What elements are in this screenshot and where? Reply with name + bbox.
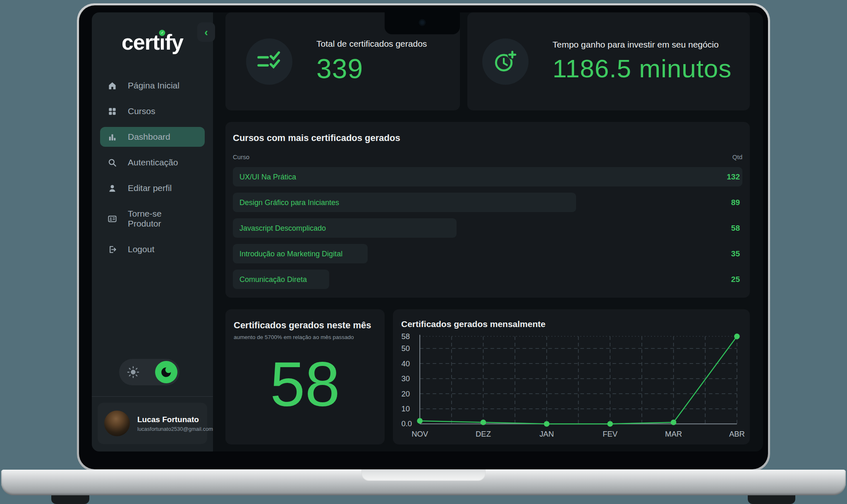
sidebar-divider bbox=[92, 396, 213, 397]
sidebar-item-label: Torne-se Produtor bbox=[128, 209, 197, 229]
sidebar-item-label: Autenticação bbox=[128, 158, 178, 167]
time-saved-card: Tempo ganho para investir em seu negócio… bbox=[467, 12, 750, 110]
sidebar-item-label: Cursos bbox=[128, 106, 156, 116]
moon-icon bbox=[160, 366, 172, 378]
stat-value: 1186.5 minutos bbox=[553, 54, 732, 83]
sidebar-item-label: Logout bbox=[128, 244, 154, 254]
chevron-left-icon: ‹ bbox=[204, 27, 208, 38]
svg-text:50: 50 bbox=[401, 344, 410, 353]
sidebar-item-label: Dashboard bbox=[128, 132, 170, 142]
logout-icon bbox=[108, 245, 117, 254]
data-point-DEZ bbox=[480, 420, 486, 425]
grid-icon bbox=[108, 107, 117, 116]
data-point-FEV bbox=[607, 421, 613, 427]
course-name: Comunicação Direta bbox=[239, 275, 307, 284]
laptop-screen: certı✓fy Página InicialCursosDashboardAu… bbox=[77, 3, 770, 471]
course-qty: 89 bbox=[731, 198, 740, 207]
sidebar-item-logout[interactable]: Logout bbox=[100, 239, 205, 259]
dashboard-app: certı✓fy Página InicialCursosDashboardAu… bbox=[92, 12, 763, 451]
stat-title: Tempo ganho para investir em seu negócio bbox=[553, 40, 732, 50]
month-card-title: Certificados gerados neste mês bbox=[234, 320, 376, 331]
user-profile[interactable]: Lucas Fortunato lucasfortunato2530@gmail… bbox=[98, 403, 207, 444]
course-qty: 25 bbox=[731, 275, 740, 284]
id-card-icon bbox=[108, 214, 117, 224]
course-name: Javascript Descomplicado bbox=[239, 224, 326, 232]
app-logo: certı✓fy bbox=[92, 30, 213, 55]
bar-chart-icon bbox=[108, 132, 117, 142]
theme-toggle[interactable] bbox=[119, 359, 179, 385]
user-name: Lucas Fortunato bbox=[137, 415, 213, 424]
table-row[interactable]: Design Gráfico para Iniciantes89 bbox=[233, 193, 742, 212]
table-row[interactable]: Javascript Descomplicado58 bbox=[233, 218, 742, 238]
chart-title: Certificados gerados mensalmente bbox=[401, 319, 742, 329]
monthly-chart: 0.0102030405058NOVDEZJANFEVMARABR bbox=[399, 331, 744, 440]
svg-text:0.0: 0.0 bbox=[401, 419, 412, 428]
laptop-base bbox=[1, 470, 846, 495]
laptop-lid-notch bbox=[361, 470, 486, 481]
user-icon bbox=[108, 184, 117, 193]
sidebar: certı✓fy Página InicialCursosDashboardAu… bbox=[92, 12, 213, 451]
table-header: Curso Qtd bbox=[233, 153, 742, 160]
desktop-background: { "sidebar": { "logo": {"pre": "cert", "… bbox=[0, 0, 847, 504]
sidebar-item-editar-perfil[interactable]: Editar perfil bbox=[100, 178, 205, 198]
course-name: UX/UI Na Prática bbox=[239, 172, 296, 181]
course-qty: 35 bbox=[731, 249, 740, 258]
laptop-foot-right bbox=[748, 494, 795, 504]
user-email: lucasfortunato2530@gmail.com bbox=[137, 426, 213, 432]
sun-icon[interactable] bbox=[121, 366, 145, 378]
sidebar-menu: Página InicialCursosDashboardAutenticaçã… bbox=[100, 76, 205, 259]
sidebar-item-autenticacao[interactable]: Autenticação bbox=[100, 153, 205, 172]
sidebar-item-pagina-inicial[interactable]: Página Inicial bbox=[100, 76, 205, 96]
column-header-curso: Curso bbox=[233, 153, 249, 160]
table-row[interactable]: Introdução ao Marketing Digital35 bbox=[233, 244, 742, 263]
column-header-qtd: Qtd bbox=[732, 153, 742, 160]
svg-text:58: 58 bbox=[401, 332, 410, 341]
course-name: Design Gráfico para Iniciantes bbox=[239, 198, 339, 207]
logo-text: certı✓fy bbox=[122, 30, 183, 54]
month-card-subtitle: aumento de 5700% em relação ao mês passa… bbox=[234, 334, 376, 340]
data-point-JAN bbox=[544, 421, 550, 427]
dark-mode-button[interactable] bbox=[155, 361, 177, 383]
sidebar-item-dashboard[interactable]: Dashboard bbox=[100, 127, 205, 147]
svg-text:DEZ: DEZ bbox=[476, 430, 491, 438]
table-title: Cursos com mais certificados gerados bbox=[233, 133, 742, 143]
stat-title: Total de certificados gerados bbox=[316, 39, 427, 49]
course-bar bbox=[233, 167, 742, 186]
laptop-notch bbox=[385, 5, 460, 34]
svg-text:NOV: NOV bbox=[412, 430, 428, 438]
webcam bbox=[419, 19, 426, 26]
stat-value: 339 bbox=[316, 53, 427, 84]
svg-text:MAR: MAR bbox=[665, 430, 682, 438]
search-icon bbox=[108, 158, 117, 167]
data-point-ABR bbox=[734, 334, 740, 339]
top-courses-card: Cursos com mais certificados gerados Cur… bbox=[225, 122, 750, 298]
sidebar-item-torne-se-produtor[interactable]: Torne-se Produtor bbox=[100, 204, 205, 234]
screen-bezel: certı✓fy Página InicialCursosDashboardAu… bbox=[79, 5, 768, 469]
month-card-value: 58 bbox=[225, 353, 385, 416]
sidebar-item-cursos[interactable]: Cursos bbox=[100, 101, 205, 121]
svg-text:FEV: FEV bbox=[603, 430, 618, 438]
data-point-MAR bbox=[670, 420, 676, 425]
svg-text:40: 40 bbox=[401, 359, 410, 368]
svg-text:30: 30 bbox=[401, 374, 410, 383]
logo-check-icon: ✓ bbox=[159, 30, 165, 36]
laptop-foot-left bbox=[51, 494, 89, 504]
sidebar-item-label: Página Inicial bbox=[128, 81, 179, 91]
sidebar-item-label: Editar perfil bbox=[128, 183, 172, 193]
clock-plus-icon bbox=[482, 38, 529, 85]
table-rows: UX/UI Na Prática132Design Gráfico para I… bbox=[233, 167, 742, 289]
checklist-icon bbox=[246, 38, 292, 85]
svg-text:10: 10 bbox=[401, 404, 410, 413]
svg-text:JAN: JAN bbox=[539, 430, 554, 438]
course-name: Introdução ao Marketing Digital bbox=[239, 249, 342, 258]
svg-text:20: 20 bbox=[401, 389, 410, 398]
table-row[interactable]: UX/UI Na Prática132 bbox=[233, 167, 742, 186]
month-certificates-card: Certificados gerados neste mês aumento d… bbox=[225, 309, 385, 444]
monthly-chart-card: Certificados gerados mensalmente 0.01020… bbox=[393, 309, 750, 444]
sidebar-collapse-button[interactable]: ‹ bbox=[197, 22, 215, 42]
course-qty: 58 bbox=[731, 224, 740, 233]
data-point-NOV bbox=[417, 418, 423, 424]
home-icon bbox=[108, 81, 117, 91]
avatar bbox=[104, 411, 130, 436]
table-row[interactable]: Comunicação Direta25 bbox=[233, 270, 742, 289]
